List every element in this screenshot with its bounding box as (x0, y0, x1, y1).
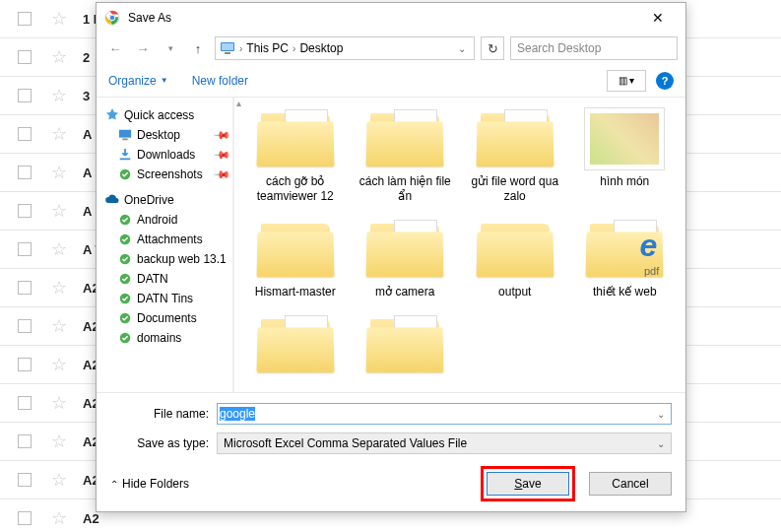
tree-item[interactable]: Documents (104, 308, 228, 328)
folder-name: thiết kế web (593, 285, 657, 299)
checkbox[interactable] (18, 473, 32, 487)
checkbox[interactable] (18, 281, 32, 295)
close-button[interactable]: ✕ (638, 10, 678, 26)
folder-name: gửi file word qua zalo (466, 174, 564, 204)
sync-icon (118, 233, 132, 246)
up-button[interactable]: ↑ (187, 37, 209, 59)
checkbox[interactable] (18, 127, 32, 141)
checkbox[interactable] (18, 50, 32, 64)
folder-icon (475, 107, 555, 170)
checkbox[interactable] (18, 319, 32, 333)
toolbar: Organize ▼ New folder ▥ ▾ ? (97, 64, 685, 98)
star-icon[interactable]: ☆ (51, 238, 67, 260)
folder-item[interactable]: cách gỡ bỏ teamviewer 12 (244, 107, 347, 204)
star-icon[interactable]: ☆ (51, 354, 67, 375)
star-icon[interactable]: ☆ (51, 123, 67, 145)
star-icon (104, 107, 120, 123)
checkbox[interactable] (18, 511, 32, 525)
star-icon[interactable]: ☆ (51, 8, 67, 30)
tree-item[interactable]: Attachments (104, 230, 228, 249)
tree-item[interactable]: backup web 13.1 (104, 249, 228, 269)
nav-bar: ← → ▾ ↑ › This PC › Desktop ⌄ ↻ Search D… (97, 33, 685, 64)
pin-icon: 📌 (212, 165, 230, 183)
organize-dropdown-icon[interactable]: ▼ (161, 76, 168, 85)
hide-folders-toggle[interactable]: ⌃ Hide Folders (110, 477, 189, 491)
tree-item[interactable]: DATN (104, 269, 228, 289)
folder-item[interactable]: gửi file word qua zalo (464, 107, 566, 204)
sync-icon (118, 331, 132, 345)
tree-item[interactable]: DATN Tins (104, 289, 228, 308)
star-icon[interactable]: ☆ (51, 162, 67, 183)
checkbox[interactable] (18, 204, 32, 218)
save-button[interactable]: Save (487, 472, 569, 496)
folder-icon (118, 148, 132, 162)
checkbox[interactable] (18, 358, 32, 371)
star-icon[interactable]: ☆ (51, 277, 67, 299)
svg-rect-5 (222, 43, 233, 50)
star-icon[interactable]: ☆ (51, 431, 67, 452)
tree-item[interactable]: Downloads📌 (104, 145, 228, 165)
checkbox[interactable] (18, 12, 32, 26)
star-icon[interactable]: ☆ (51, 85, 67, 106)
tree-onedrive[interactable]: OneDrive (104, 190, 228, 210)
row-label: 2 (83, 50, 90, 65)
sync-icon (118, 311, 132, 325)
folder-icon (118, 128, 132, 142)
tree-quick-access[interactable]: Quick access (104, 105, 228, 125)
breadcrumb[interactable]: › This PC › Desktop ⌄ (215, 36, 475, 60)
svg-rect-8 (122, 139, 127, 141)
folder-item[interactable]: mở camera (355, 218, 457, 299)
file-name-input[interactable]: ⌄ (217, 403, 672, 425)
back-button[interactable]: ← (104, 37, 126, 59)
folder-name: Hismart-master (255, 285, 336, 299)
star-icon[interactable]: ☆ (51, 469, 67, 491)
star-icon[interactable]: ☆ (51, 392, 67, 414)
checkbox[interactable] (18, 242, 32, 256)
breadcrumb-dropdown[interactable]: ⌄ (454, 43, 470, 54)
view-options[interactable]: ▥ ▾ (607, 70, 646, 92)
folder-name: cách làm hiện file ẩn (356, 174, 454, 204)
save-as-type-select[interactable]: Microsoft Excel Comma Separated Values F… (217, 432, 672, 454)
folder-icon (255, 313, 336, 376)
organize-menu[interactable]: Organize (108, 74, 157, 88)
checkbox[interactable] (18, 89, 32, 102)
bottom-panel: File name: ⌄ Save as type: Microsoft Exc… (97, 392, 685, 511)
cancel-button[interactable]: Cancel (589, 472, 672, 496)
help-button[interactable]: ? (656, 72, 674, 90)
tree-item[interactable]: domains (104, 328, 228, 348)
tree-splitter[interactable]: ▴ (232, 98, 234, 392)
checkbox[interactable] (18, 396, 32, 410)
new-folder-button[interactable]: New folder (192, 74, 248, 88)
search-input[interactable]: Search Desktop (510, 36, 678, 60)
star-icon[interactable]: ☆ (51, 200, 67, 222)
folder-item[interactable]: hình món (574, 107, 677, 204)
recent-dropdown[interactable]: ▾ (160, 37, 181, 59)
svg-rect-7 (119, 130, 131, 138)
sync-icon (118, 213, 132, 227)
tree-item[interactable]: Screenshots📌 (104, 165, 228, 184)
save-as-type-label: Save as type: (110, 436, 209, 450)
star-icon[interactable]: ☆ (51, 46, 67, 68)
row-label: 3 (83, 89, 90, 103)
file-name-field[interactable] (220, 407, 653, 421)
checkbox[interactable] (18, 166, 32, 179)
folder-item[interactable]: Hismart-master (244, 218, 347, 299)
folder-item[interactable] (355, 313, 457, 380)
folder-item[interactable]: output (464, 218, 566, 299)
nav-tree: Quick accessDesktop📌Downloads📌Screenshot… (97, 98, 232, 392)
tree-item[interactable]: Android (104, 210, 228, 230)
folder-item[interactable]: pdfthiết kế web (574, 218, 677, 299)
breadcrumb-folder[interactable]: Desktop (299, 41, 343, 55)
tree-item[interactable]: Desktop📌 (104, 125, 228, 145)
checkbox[interactable] (18, 434, 32, 448)
file-name-dropdown[interactable]: ⌄ (653, 409, 669, 420)
star-icon[interactable]: ☆ (51, 507, 67, 529)
folder-icon (118, 167, 132, 181)
folder-item[interactable]: cách làm hiện file ẩn (355, 107, 457, 204)
breadcrumb-root[interactable]: This PC (246, 41, 289, 55)
chevron-right-icon: › (239, 43, 242, 54)
star-icon[interactable]: ☆ (51, 315, 67, 337)
refresh-button[interactable]: ↻ (481, 36, 504, 60)
folder-item[interactable] (244, 313, 347, 380)
folder-icon (584, 107, 665, 170)
